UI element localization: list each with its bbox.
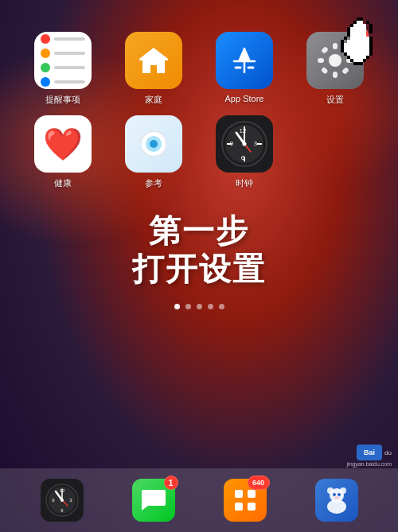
clock-icon[interactable]: 12 3 6 9 (216, 115, 273, 173)
svg-point-42 (150, 140, 158, 148)
settings-badge: 2 (353, 27, 369, 43)
reminders-icon[interactable] (34, 32, 92, 89)
home-icon-cell[interactable]: 家庭 (113, 32, 194, 106)
svg-rect-29 (369, 37, 373, 40)
step-line2: 打开设置 (16, 250, 382, 288)
appstore-icon-cell[interactable]: App Store (204, 32, 285, 106)
svg-rect-7 (321, 67, 329, 75)
dot-5 (219, 304, 224, 309)
svg-rect-6 (341, 67, 349, 75)
empty-slot (295, 115, 376, 189)
page-dots (0, 304, 398, 309)
step-text-container: 第一步 打开设置 (0, 212, 398, 288)
baidu-logo: Bai (357, 445, 382, 460)
svg-rect-26 (369, 24, 373, 33)
svg-text:9: 9 (230, 140, 234, 147)
screen-container: 提醒事项 家庭 App Store (0, 0, 398, 532)
health-label: 健康 (54, 177, 72, 189)
clock-label: 时钟 (236, 177, 253, 189)
clock-icon-cell[interactable]: 12 3 6 9 时钟 (204, 115, 285, 189)
reminders-label: 提醒事项 (45, 94, 80, 106)
health-icon-cell[interactable]: ❤️ 健康 (22, 115, 103, 189)
dot-3 (197, 304, 202, 309)
svg-rect-31 (369, 40, 373, 52)
heart-icon: ❤️ (43, 126, 83, 163)
svg-rect-9 (357, 21, 363, 24)
empty-icon (306, 115, 364, 173)
home-icon[interactable] (125, 32, 182, 89)
svg-text:12: 12 (240, 127, 247, 134)
dot-4 (208, 304, 213, 309)
settings-icon[interactable]: 2 (306, 32, 364, 89)
svg-rect-24 (366, 21, 369, 24)
baidu-logo-text: Bai (364, 449, 375, 456)
watermark: Bai du jingyan.baidu.com (347, 445, 392, 467)
svg-rect-22 (357, 17, 363, 21)
svg-rect-36 (366, 56, 369, 59)
svg-rect-2 (333, 72, 338, 78)
ref-icon[interactable] (125, 115, 182, 173)
health-icon[interactable]: ❤️ (34, 115, 92, 173)
ref-label: 参考 (145, 177, 162, 189)
ref-icon-cell[interactable]: 参考 (113, 115, 194, 189)
reminders-icon-cell[interactable]: 提醒事项 (22, 32, 103, 106)
appstore-label: App Store (225, 94, 264, 103)
svg-point-0 (329, 54, 341, 67)
svg-rect-4 (346, 58, 353, 63)
appstore-icon[interactable] (216, 32, 273, 89)
settings-icon-cell[interactable]: 2 (295, 32, 376, 106)
svg-rect-8 (341, 46, 349, 54)
icon-grid: 提醒事项 家庭 App Store (0, 8, 398, 197)
watermark-url: jingyan.baidu.com (347, 461, 392, 467)
svg-rect-5 (321, 46, 329, 54)
dot-2 (185, 304, 191, 309)
home-label: 家庭 (145, 94, 162, 106)
step-line1: 第一步 (16, 212, 382, 250)
svg-rect-23 (353, 21, 357, 24)
svg-text:6: 6 (241, 154, 245, 161)
svg-rect-34 (369, 52, 373, 56)
svg-rect-3 (318, 58, 324, 63)
settings-label: 设置 (326, 94, 344, 106)
svg-rect-1 (333, 43, 338, 49)
svg-rect-25 (350, 24, 353, 27)
dot-1 (174, 304, 180, 309)
watermark-domain: du (384, 449, 392, 456)
svg-text:3: 3 (254, 140, 258, 147)
svg-point-56 (243, 142, 247, 146)
